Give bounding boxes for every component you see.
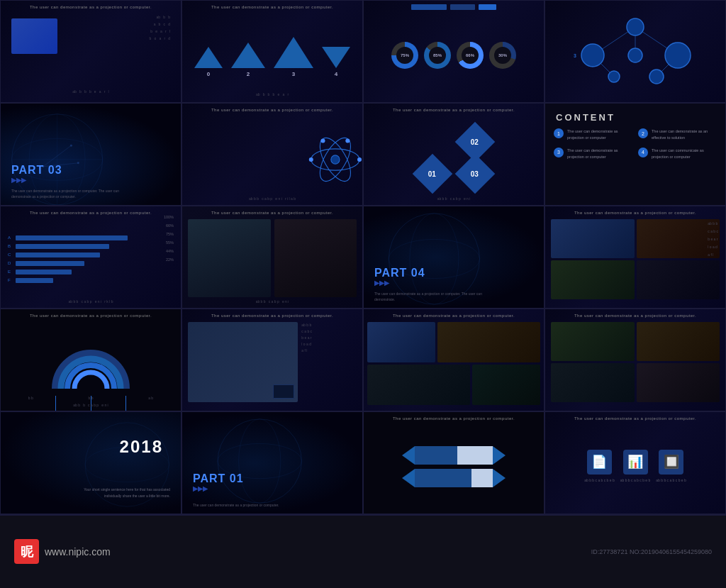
slide-19-arrows [395, 428, 513, 498]
slide-23: PART 02 ▶▶▶ The user can demonstrate as … [363, 514, 544, 516]
year-display: 2018 [120, 437, 163, 457]
content-items: 1 The user can demonstrate as projection… [545, 128, 725, 160]
icon-2-text: ab b b c a b c b e b [620, 477, 651, 484]
arc-labels: b b b b a b [1, 396, 181, 400]
svg-point-26 [357, 157, 362, 162]
photo-tl [551, 219, 635, 258]
photos-row-2 [367, 365, 540, 405]
slide-6-text-grid [182, 144, 308, 165]
slide-22: The user can demonstrate as a projection… [182, 514, 363, 516]
logo-icon-text: 昵 [21, 543, 33, 560]
slide-15: The user can demonstrate as a projection… [363, 309, 544, 411]
icon-3-text: ab b b c a b c b e b [656, 477, 686, 484]
icon-doc: 📄 [587, 450, 612, 475]
slide-15-photos [364, 309, 544, 411]
slide-10-bottom: ab b b c a b p e n i [182, 299, 362, 304]
slide-12-caption: The user can demonstrate as a projection… [545, 211, 725, 215]
slide-16-caption: The user can demonstrate as a projection… [545, 314, 725, 318]
svg-point-5 [627, 18, 644, 35]
slide-13-arc [48, 339, 133, 392]
slide-20-caption: The user can demonstrate as a projection… [545, 416, 725, 421]
photos-row-1 [367, 322, 540, 362]
svg-point-10 [649, 70, 664, 84]
slide-20-icons: 📄 ab b b c a b c b e b 📊 ab b b c a b c … [545, 436, 725, 491]
arrow-row-1 [402, 446, 506, 465]
slide-9-bottom: ab b b c a b p e n i r k l b [1, 299, 181, 304]
photo-2 [437, 322, 540, 362]
slide-18-globe-svg [182, 412, 362, 514]
svg-point-7 [628, 48, 642, 62]
svg-text:3: 3 [574, 53, 576, 58]
slide-9-chart: 100% 66% 75% 55% 44% 22% A B C [1, 206, 181, 308]
slide-8: CONTENT 1 The user can demonstrate as pr… [544, 103, 726, 206]
photo-person-2 [274, 219, 357, 297]
slide-10: The user can demonstrate as a projection… [182, 206, 363, 309]
year-sub: Your short single sentence here for that… [78, 487, 170, 499]
photo-bl [551, 260, 635, 299]
slide-6: The user can demonstrate as a projection… [182, 103, 363, 206]
svg-point-9 [608, 71, 620, 82]
slides-grid: The user can demonstrate as a projection… [0, 0, 726, 514]
slide-11-sub: The user can demonstrate as a projection… [374, 291, 502, 302]
slide-3: 75% 85% 66% 30% [363, 0, 544, 103]
slide-20: The user can demonstrate as a projection… [544, 411, 726, 514]
logo-site-text: www.nipic.com [45, 546, 111, 558]
slide-13-bottom: ab b b c a b p e n i [1, 403, 181, 407]
svg-point-28 [321, 138, 325, 143]
slide-12: The user can demonstrate as a projection… [544, 206, 726, 309]
slide-1-side-text: ab b b a b c d b e a r l b o a r d [150, 13, 170, 42]
slide-22-photos [182, 514, 362, 516]
svg-point-27 [345, 138, 350, 143]
slide-9: The user can demonstrate as a projection… [0, 206, 182, 309]
watermark-id-text: ID:27738721 NO:20190406155454259080 [591, 548, 712, 555]
svg-point-6 [581, 44, 604, 67]
photo-laptop [188, 322, 298, 402]
slide-3-labels [364, 4, 544, 10]
slide-1-image [11, 18, 57, 54]
icon-item-1: 📄 ab b b c a b c b e b [584, 450, 615, 484]
slide-6-bottom: ab b b c a b p e n i r i l a b [182, 196, 362, 201]
photo-1 [367, 322, 435, 362]
bar-rows: A B C D E [8, 235, 133, 283]
slide-16: The user can demonstrate as a projection… [544, 309, 726, 411]
slide-24-empty [544, 514, 726, 516]
slide-19-caption: The user can demonstrate as a projection… [364, 416, 544, 421]
slide-11: PART 04 ▶▶▶ The user can demonstrate as … [363, 206, 544, 309]
icon-item-3: 🔲 ab b b c a b c b e b [656, 450, 686, 484]
arc-svg [48, 339, 133, 392]
svg-point-37 [239, 419, 281, 503]
photo-person-1 [188, 219, 271, 297]
slide-13: The user can demonstrate as a projection… [0, 309, 182, 411]
content-item-1: 1 The user can demonstrate as projection… [554, 128, 632, 142]
slide-3-content: 75% 85% 66% 30% [364, 1, 544, 102]
slide-14-photos: ab b bc a b cb e a rl o a da f l [182, 309, 362, 411]
slide-4-network: 3 [571, 13, 699, 91]
slide-18-part: PART 01 ▶▶▶ [193, 472, 244, 492]
slide-7-caption: The user can demonstrate as a projection… [364, 108, 544, 112]
slide-14-side: ab b bc a b cb e a rl o a da f l [301, 322, 357, 402]
content-item-2: 2 The user can demonstrate as an effecti… [638, 128, 717, 142]
icon-1-text: ab b b c a b c b e b [584, 477, 615, 484]
content-item-4: 4 The user can communicate as projection… [638, 148, 717, 161]
content-title: CONTENT [556, 112, 615, 123]
slide-6-atom-svg [308, 128, 362, 192]
icon-chart: 📊 [623, 450, 648, 475]
slide-2-caption: The user can demonstrate as a projection… [182, 5, 362, 9]
slide-4: 3 [544, 0, 726, 103]
pie-charts-row: 75% 85% 66% 30% [364, 31, 544, 72]
chart-pct-labels: 100% 66% 75% 55% 44% 22% [164, 215, 174, 262]
logo-icon-shape: 昵 [14, 539, 39, 564]
slide-10-caption: The user can demonstrate as a projection… [182, 211, 362, 215]
slide-7-diamonds: 02 01 03 [418, 128, 489, 188]
slide-15-caption: The user can demonstrate as a projection… [364, 314, 544, 318]
slide-19: The user can demonstrate as a projection… [363, 411, 544, 514]
slide-17: 2018 Your short single sentence here for… [0, 411, 182, 514]
slide-5-sub: The user can demonstrate as a projection… [11, 188, 139, 199]
slide-2: The user can demonstrate as a projection… [182, 0, 363, 103]
slide-12-grid [545, 206, 725, 308]
photo-g3 [551, 363, 635, 402]
slide-7-bottom: ab b b c a b p e n i [364, 196, 544, 201]
photo-4 [472, 365, 540, 405]
slide-6-caption: The user can demonstrate as a projection… [182, 108, 362, 112]
slide-14: The user can demonstrate as a projection… [182, 309, 363, 411]
